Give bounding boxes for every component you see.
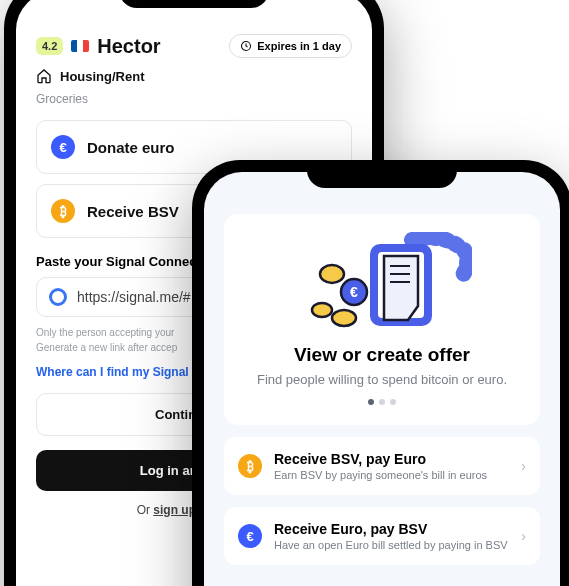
pager-dot[interactable] bbox=[390, 399, 396, 405]
svg-point-9 bbox=[332, 310, 356, 326]
svg-point-10 bbox=[312, 303, 332, 317]
svg-point-8 bbox=[320, 265, 344, 283]
category-text: Housing/Rent bbox=[60, 69, 145, 84]
signal-icon bbox=[49, 288, 67, 306]
bitcoin-icon: ₿ bbox=[51, 199, 75, 223]
subcategory: Groceries bbox=[36, 92, 352, 106]
screen-front: € View or create offer Find people willi… bbox=[204, 172, 560, 586]
offer-receive-bsv[interactable]: ₿ Receive BSV, pay Euro Earn BSV by payi… bbox=[224, 437, 540, 495]
notch bbox=[119, 0, 269, 8]
clock-icon bbox=[240, 40, 252, 52]
notch bbox=[307, 160, 457, 188]
hero-card: € View or create offer Find people willi… bbox=[224, 214, 540, 425]
euro-icon: € bbox=[51, 135, 75, 159]
profile-header: 4.2 Hector Expires in 1 day bbox=[36, 34, 352, 58]
illustration: € bbox=[240, 232, 524, 332]
signup-link[interactable]: sign up bbox=[153, 503, 196, 517]
svg-text:€: € bbox=[350, 284, 358, 300]
bitcoin-icon: ₿ bbox=[238, 454, 262, 478]
chevron-right-icon: › bbox=[521, 528, 526, 544]
pager-dots bbox=[240, 399, 524, 405]
euro-icon: € bbox=[238, 524, 262, 548]
rating-badge: 4.2 bbox=[36, 37, 63, 55]
house-icon bbox=[36, 68, 52, 84]
offer-receive-euro[interactable]: € Receive Euro, pay BSV Have an open Eur… bbox=[224, 507, 540, 565]
hero-title: View or create offer bbox=[240, 344, 524, 366]
expiry-badge: Expires in 1 day bbox=[229, 34, 352, 58]
category-row: Housing/Rent bbox=[36, 68, 352, 84]
pager-dot[interactable] bbox=[368, 399, 374, 405]
hero-subtitle: Find people willing to spend bitcoin or … bbox=[240, 372, 524, 387]
flag-france-icon bbox=[71, 40, 89, 52]
phone-front: € View or create offer Find people willi… bbox=[192, 160, 569, 586]
chevron-right-icon: › bbox=[521, 458, 526, 474]
profile-name: Hector bbox=[97, 35, 160, 58]
pager-dot[interactable] bbox=[379, 399, 385, 405]
